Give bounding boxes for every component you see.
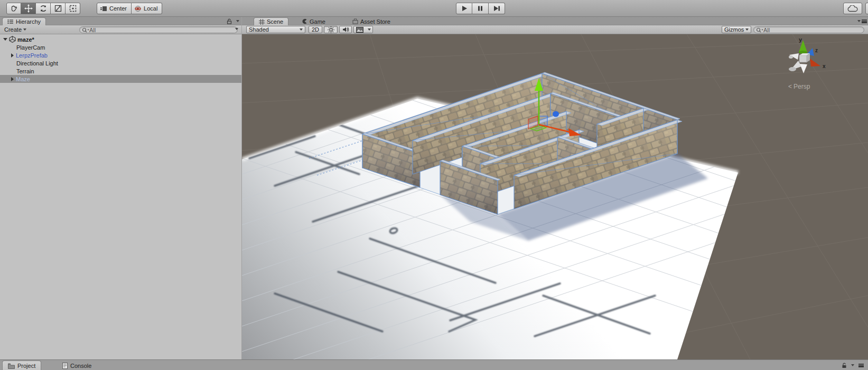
expander-down-icon[interactable] bbox=[3, 38, 7, 41]
scene-tab-label: Scene bbox=[267, 18, 283, 25]
scene-name: maze* bbox=[17, 36, 34, 43]
move-tool-button[interactable] bbox=[21, 3, 36, 14]
cloud-services-button[interactable] bbox=[843, 3, 862, 14]
create-button[interactable]: Create bbox=[0, 25, 31, 34]
tab-scene[interactable]: Scene bbox=[254, 17, 288, 25]
scene-menu-icon[interactable] bbox=[862, 20, 867, 23]
tab-hierarchy[interactable]: Hierarchy bbox=[2, 17, 46, 25]
lighting-toggle-button[interactable] bbox=[324, 26, 338, 33]
chevron-down-icon bbox=[368, 29, 371, 31]
rect-tool-button[interactable] bbox=[66, 3, 80, 14]
asset-store-icon bbox=[352, 18, 358, 24]
bottom-menu-icon[interactable] bbox=[858, 364, 864, 367]
create-label: Create bbox=[4, 26, 22, 33]
audio-toggle-button[interactable] bbox=[339, 26, 352, 33]
pivot-toggle-button[interactable]: Center bbox=[97, 3, 132, 14]
game-view-icon bbox=[302, 18, 307, 24]
object-name: Maze bbox=[16, 76, 30, 82]
hierarchy-search[interactable] bbox=[79, 26, 238, 33]
bottom-lock-icon[interactable] bbox=[842, 363, 847, 369]
2d-toggle-button[interactable]: 2D bbox=[309, 26, 322, 33]
account-button-partial[interactable] bbox=[865, 3, 868, 14]
axis-cube[interactable] bbox=[799, 55, 807, 62]
tree-row-selected[interactable]: Maze bbox=[0, 75, 241, 83]
pan-tool-button[interactable] bbox=[6, 3, 21, 14]
chevron-down-icon bbox=[745, 29, 749, 31]
image-icon bbox=[356, 27, 363, 33]
main-toolbar: Center Local bbox=[0, 0, 868, 17]
chevron-down-icon bbox=[300, 29, 303, 31]
cloud-icon bbox=[847, 5, 858, 12]
rotate-tool-button[interactable] bbox=[36, 3, 51, 14]
tree-row[interactable]: PlayerCam bbox=[0, 43, 241, 51]
scene-grid-icon bbox=[259, 19, 265, 25]
object-name: LerpzPrefab bbox=[16, 52, 48, 59]
rotate-icon bbox=[39, 4, 48, 13]
step-icon bbox=[493, 5, 501, 12]
step-button[interactable] bbox=[489, 3, 505, 14]
tree-row-scene-root[interactable]: maze* bbox=[0, 35, 241, 43]
hierarchy-tree: maze* PlayerCam LerpzPrefab Directional … bbox=[0, 34, 241, 359]
console-doc-icon bbox=[62, 363, 68, 369]
hierarchy-menu-icon[interactable] bbox=[236, 20, 239, 22]
project-tab-label: Project bbox=[17, 363, 35, 369]
speaker-icon bbox=[342, 26, 349, 33]
space-toggle-button[interactable]: Local bbox=[132, 3, 162, 14]
play-button[interactable] bbox=[456, 3, 472, 14]
tab-project[interactable]: Project bbox=[2, 360, 41, 370]
local-axis-icon bbox=[134, 5, 142, 12]
game-tab-label: Game bbox=[310, 18, 325, 25]
scene-toolbar: Shaded 2D bbox=[242, 25, 868, 34]
scene-panel: Scene Game Asset Store Shaded bbox=[242, 17, 868, 359]
transform-tools bbox=[6, 3, 80, 14]
tab-game[interactable]: Game bbox=[297, 17, 330, 25]
unity-scene-icon bbox=[9, 36, 16, 43]
rect-transform-icon bbox=[69, 4, 77, 13]
object-name: Terrain bbox=[16, 68, 34, 74]
bottom-tabbar: Project Console bbox=[0, 359, 868, 370]
expander-right-icon[interactable] bbox=[11, 77, 14, 81]
object-name: PlayerCam bbox=[16, 44, 45, 51]
scene-viewport[interactable]: y z x < Persp bbox=[242, 34, 868, 359]
effects-dropdown[interactable] bbox=[366, 26, 373, 33]
axis-y-label: y bbox=[799, 36, 802, 43]
axis-z-label: z bbox=[815, 48, 818, 53]
tree-row[interactable]: LerpzPrefab bbox=[0, 51, 241, 59]
console-tab-label: Console bbox=[70, 363, 91, 369]
hierarchy-lock-icon[interactable] bbox=[227, 18, 232, 25]
render-mode-label: Shaded bbox=[249, 26, 269, 33]
tree-row[interactable]: Directional Light bbox=[0, 59, 241, 67]
scale-tool-button[interactable] bbox=[51, 3, 66, 14]
scene-search[interactable] bbox=[753, 26, 864, 33]
hierarchy-panel-menu-icon[interactable] bbox=[235, 28, 238, 30]
bottom-menu-triangle-icon[interactable] bbox=[851, 364, 854, 366]
unity-editor-window: Center Local bbox=[0, 0, 868, 370]
search-icon bbox=[82, 27, 89, 33]
projection-chevron-icon[interactable]: < bbox=[788, 83, 792, 90]
gizmo-z-arrow[interactable] bbox=[553, 111, 559, 117]
sun-icon bbox=[328, 26, 334, 33]
play-controls bbox=[456, 3, 505, 14]
space-label: Local bbox=[144, 5, 157, 12]
scene-menu-triangle-icon[interactable] bbox=[857, 20, 861, 22]
tree-row[interactable]: Terrain bbox=[0, 67, 241, 75]
axis-x-label: x bbox=[823, 63, 826, 69]
render-mode-dropdown[interactable]: Shaded bbox=[246, 26, 305, 33]
hierarchy-tab-label: Hierarchy bbox=[16, 18, 41, 25]
scale-icon bbox=[54, 4, 62, 13]
pivot-icon bbox=[100, 5, 107, 12]
pause-icon bbox=[477, 5, 483, 12]
tab-console[interactable]: Console bbox=[57, 360, 97, 370]
gizmos-dropdown[interactable]: Gizmos bbox=[722, 26, 751, 33]
scene-tabstrip: Scene Game Asset Store bbox=[242, 17, 868, 25]
pause-button[interactable] bbox=[472, 3, 489, 14]
effects-toggle-button[interactable] bbox=[353, 26, 366, 33]
scene-search-input[interactable] bbox=[763, 27, 861, 33]
hierarchy-panel: Hierarchy Create bbox=[0, 17, 241, 359]
hierarchy-search-input[interactable] bbox=[89, 27, 234, 33]
folder-icon bbox=[8, 363, 15, 369]
tab-asset-store[interactable]: Asset Store bbox=[348, 17, 395, 25]
expander-right-icon[interactable] bbox=[11, 53, 14, 58]
hierarchy-list-icon bbox=[7, 19, 14, 24]
projection-mode-label[interactable]: Persp bbox=[794, 83, 810, 90]
